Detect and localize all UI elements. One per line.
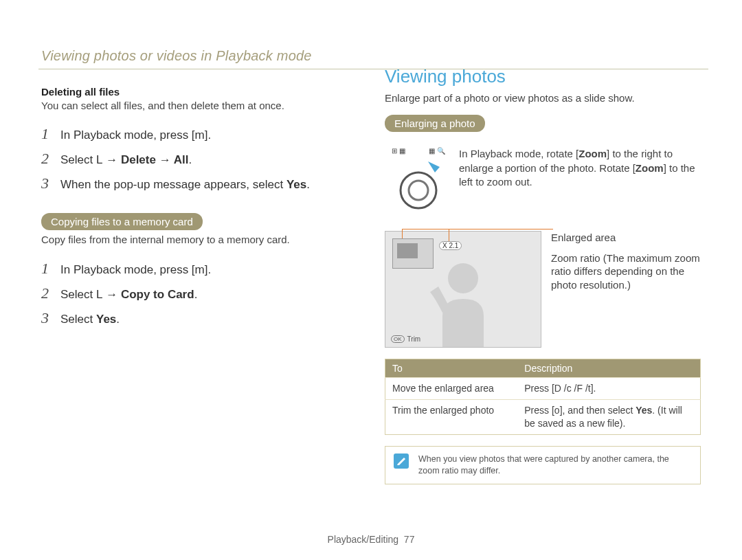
step-bold: Yes <box>96 313 116 326</box>
step-number: 2 <box>41 284 52 302</box>
callout-enlarged-area: Enlarged area <box>551 231 701 245</box>
actions-table: To Description Move the enlarged area Pr… <box>385 359 701 435</box>
svg-point-1 <box>401 172 436 208</box>
svg-marker-0 <box>428 161 440 172</box>
zoom-dial-icon: ⊞ ▦ ▦ 🔍 <box>390 147 447 217</box>
step-number: 1 <box>41 260 52 278</box>
deleting-heading: Deleting all files <box>41 86 357 98</box>
copy-desc: Copy files from the internal memory to a… <box>41 233 357 247</box>
ok-icon: o <box>554 405 560 416</box>
table-cell-desc: Press [o], and then select Yes. (It will… <box>517 400 700 435</box>
trim-label: Trim <box>407 335 421 343</box>
menu-icon: m <box>195 263 205 276</box>
deleting-desc: You can select all files, and then delet… <box>41 99 357 113</box>
step-number: 2 <box>41 150 52 168</box>
dial-right-label: ▦ 🔍 <box>429 147 445 155</box>
step-row: 1 In Playback mode, press [m]. <box>41 260 357 278</box>
note-icon <box>394 453 409 469</box>
table-header-to: To <box>385 359 518 378</box>
step-number: 3 <box>41 175 52 192</box>
step-text: Select <box>60 313 96 326</box>
step-text: ]. <box>205 263 211 276</box>
step-row: 3 Select Yes. <box>41 309 357 327</box>
step-text: ]. <box>205 128 211 142</box>
screen-mockup: X 2.1 OK Trim <box>385 231 541 348</box>
note-box: When you view photos that were captured … <box>385 446 701 484</box>
zoom-instruction: In Playback mode, rotate [Zoom] to the r… <box>459 147 701 189</box>
table-row: Trim the enlarged photo Press [o], and t… <box>385 400 701 435</box>
table-cell-to: Move the enlarged area <box>385 378 518 400</box>
note-text: When you view photos that were captured … <box>418 453 692 477</box>
table-cell-desc: Press [D /c /F /t]. <box>517 378 700 400</box>
dial-left-label: ⊞ ▦ <box>392 147 405 155</box>
step-text: . <box>116 313 120 326</box>
step-text: Select <box>60 288 96 301</box>
enlarge-pill: Enlarging a photo <box>385 115 485 132</box>
copy-card-pill: Copying files to a memory card <box>41 213 203 230</box>
table-header-desc: Description <box>517 359 700 378</box>
header-rule <box>38 69 708 69</box>
zoom-ratio-badge: X 2.1 <box>439 241 462 250</box>
step-text: . <box>194 288 198 301</box>
step-bold: → Copy to Card <box>102 288 194 301</box>
table-row: Move the enlarged area Press [D /c /F /t… <box>385 378 701 400</box>
step-row: 2 Select L → Delete → All. <box>41 150 357 168</box>
step-row: 2 Select L → Copy to Card. <box>41 284 357 302</box>
step-number: 1 <box>41 125 52 143</box>
step-text: . <box>188 153 192 166</box>
step-bold: → Delete → All <box>102 153 188 166</box>
nav-icons: D /c /F /t <box>554 383 591 394</box>
step-text: Select <box>60 153 96 166</box>
running-header: Viewing photos or videos in Playback mod… <box>41 48 357 64</box>
step-row: 1 In Playback mode, press [m]. <box>41 125 357 143</box>
ok-badge-icon: OK <box>391 335 405 343</box>
step-text: When the pop-up message appears, select <box>60 178 286 191</box>
step-text: In Playback mode, press [ <box>60 128 195 142</box>
svg-point-2 <box>409 181 428 200</box>
table-cell-to: Trim the enlarged photo <box>385 400 518 435</box>
svg-point-3 <box>448 263 478 293</box>
callout-zoom-ratio: Zoom ratio (The maximum zoom ratio diffe… <box>551 251 701 292</box>
step-bold: Yes <box>286 178 306 191</box>
person-silhouette <box>415 251 511 347</box>
menu-icon: m <box>195 128 205 142</box>
step-text: . <box>306 178 310 191</box>
section-intro: Enlarge part of a photo or view photos a… <box>385 91 701 105</box>
step-number: 3 <box>41 309 52 327</box>
page-footer: Playback/Editing 77 <box>0 534 742 545</box>
step-row: 3 When the pop-up message appears, selec… <box>41 175 357 192</box>
step-text: In Playback mode, press [ <box>60 263 195 276</box>
